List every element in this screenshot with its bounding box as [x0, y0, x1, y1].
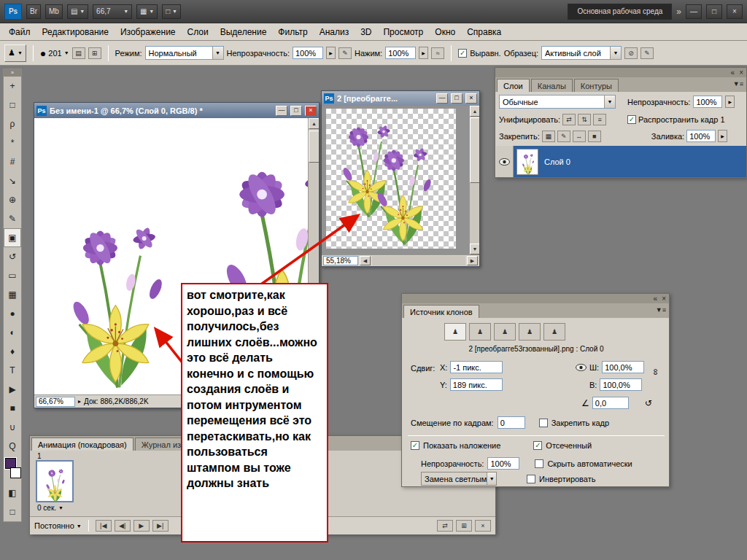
minibridge-button[interactable]: Mb — [45, 4, 63, 19]
clone-slot-3[interactable]: ♟ — [494, 323, 516, 341]
workspace-overflow-icon[interactable]: » — [676, 7, 681, 17]
menu-file[interactable]: Файл — [3, 23, 36, 40]
opacity-field[interactable]: 100% — [293, 47, 323, 59]
tool-marquee[interactable]: □ — [4, 96, 21, 114]
doc2-close-button[interactable]: × — [465, 93, 477, 104]
tool-eyedropper[interactable]: ↘ — [4, 171, 21, 190]
tool-blur[interactable]: ● — [4, 304, 21, 323]
delete-frame-button[interactable]: × — [475, 520, 491, 532]
close-panel-icon[interactable]: × — [739, 69, 743, 77]
status-flyout-icon[interactable]: ▸ — [78, 398, 81, 405]
layer-name[interactable]: Слой 0 — [544, 158, 570, 166]
brush-preset-picker[interactable]: ● 201 ▼ — [40, 47, 69, 59]
doc1-minimize-button[interactable]: — — [276, 106, 287, 116]
tab-animation[interactable]: Анимация (покадровая) — [31, 438, 133, 451]
flow-field[interactable]: 100% — [385, 47, 416, 59]
menu-window[interactable]: Окно — [429, 23, 461, 40]
previous-frame-button[interactable]: ◀| — [115, 520, 131, 532]
menu-help[interactable]: Справка — [461, 23, 507, 40]
overlay-blend-select[interactable]: Замена светлым ▼ — [421, 472, 497, 486]
doc2-minimize-button[interactable]: — — [436, 93, 448, 104]
clipped-checkbox[interactable]: ✓ — [533, 441, 542, 450]
tool-dodge[interactable]: ◐ — [4, 323, 21, 342]
doc2-vertical-scrollbar[interactable]: ▲ ▼ — [469, 106, 479, 254]
tool-pen[interactable]: ♦ — [4, 342, 21, 361]
airbrush-toggle-icon[interactable]: ≈ — [431, 47, 444, 59]
menu-image[interactable]: Изображение — [115, 23, 182, 40]
color-swatches[interactable] — [4, 457, 22, 483]
fill-spinner[interactable]: ▶ — [718, 130, 727, 142]
collapse-panel-icon[interactable]: « — [731, 69, 735, 77]
loop-count-select[interactable]: Постоянно ▼ — [34, 521, 82, 530]
tool-path-select[interactable]: ▶ — [4, 380, 21, 399]
animation-frame-1[interactable] — [36, 460, 74, 502]
invert-checkbox[interactable] — [527, 475, 535, 483]
menu-filter[interactable]: Фильтр — [272, 23, 313, 40]
lock-pixels-icon[interactable]: ✎ — [557, 131, 570, 142]
flow-spinner[interactable]: ▶ — [419, 47, 428, 59]
toggle-clone-source-panel-button[interactable]: ⊞ — [88, 47, 101, 59]
aligned-checkbox[interactable]: ✓ — [458, 49, 467, 58]
doc1-restore-button[interactable]: □ — [290, 106, 302, 116]
scroll-right-icon[interactable]: ▶ — [467, 256, 478, 265]
blend-mode-select[interactable]: Нормальный ▼ — [145, 46, 224, 60]
lock-all-icon[interactable]: ■ — [588, 131, 601, 142]
height-scale-field[interactable]: 100,0% — [600, 378, 642, 391]
tool-crop[interactable]: # — [4, 152, 21, 171]
scroll-down-icon[interactable]: ▼ — [470, 244, 479, 254]
tool-brush[interactable]: ✎ — [4, 209, 21, 228]
layer-row-layer0[interactable]: Слой 0 — [496, 146, 746, 177]
show-overlay-checkbox[interactable]: ✓ — [411, 441, 419, 450]
tab-paths[interactable]: Контуры — [574, 79, 619, 92]
zoom-level-dropdown[interactable]: 66,7 ▼ — [93, 4, 132, 19]
tool-magic-wand[interactable]: * — [4, 133, 21, 152]
tool-gradient[interactable]: ▦ — [4, 285, 21, 304]
next-frame-button[interactable]: ▶| — [152, 520, 169, 532]
tool-move[interactable]: + — [4, 77, 21, 96]
tool-eraser[interactable]: ▭ — [4, 266, 21, 285]
tool-clone-stamp[interactable]: ▣ — [4, 228, 21, 247]
link-icon[interactable]: ∞ — [651, 369, 661, 376]
menu-edit[interactable]: Редактирование — [36, 23, 115, 40]
menu-view[interactable]: Просмотр — [377, 23, 429, 40]
first-frame-button[interactable]: |◀ — [96, 520, 112, 532]
doc2-transparent-canvas[interactable] — [326, 109, 456, 249]
doc2-restore-button[interactable]: □ — [451, 93, 462, 104]
x-offset-field[interactable]: -1 пикс. — [450, 361, 503, 373]
tool-hand[interactable]: ∪ — [4, 418, 21, 437]
lock-frame-checkbox[interactable] — [539, 419, 548, 427]
lock-position-icon[interactable]: ↔ — [573, 131, 586, 142]
collapse-panel-icon[interactable]: « — [654, 295, 658, 303]
scroll-left-icon[interactable]: ◀ — [360, 256, 371, 265]
reset-transform-icon[interactable]: ↺ — [645, 398, 652, 408]
tool-preset-picker[interactable]: ♟ ▼ — [4, 44, 26, 62]
panel-menu-icon[interactable]: ▼≡ — [656, 306, 666, 314]
toggle-brush-panel-button[interactable]: ▤ — [72, 47, 85, 59]
play-button[interactable]: ▶ — [133, 520, 150, 532]
tool-healing-brush[interactable]: ⊕ — [4, 190, 21, 209]
screen-mode-dropdown[interactable]: □ ▼ — [162, 4, 181, 19]
tablet-opacity-icon[interactable]: ✎ — [338, 47, 352, 59]
tool-lasso[interactable]: ρ — [4, 114, 21, 133]
menu-select[interactable]: Выделение — [214, 23, 273, 40]
doc2-title-bar[interactable]: Ps 2 [преобрагге... — □ × — [322, 91, 479, 106]
unify-style-icon[interactable]: ≡ — [593, 114, 606, 125]
width-scale-field[interactable]: 100,0% — [602, 361, 644, 373]
doc1-close-button[interactable]: × — [305, 106, 317, 116]
close-panel-icon[interactable]: × — [662, 295, 666, 303]
clone-slot-1[interactable]: ♟ — [444, 323, 466, 341]
tab-clone-source[interactable]: Источник клонов — [403, 305, 479, 318]
tool-zoom[interactable]: Q — [4, 437, 21, 456]
tool-shape[interactable]: ■ — [4, 399, 21, 418]
arrange-documents-dropdown[interactable]: ▦ ▼ — [136, 4, 158, 19]
autohide-checkbox[interactable] — [535, 459, 543, 468]
unify-visibility-icon[interactable]: ⇅ — [578, 114, 591, 125]
ignore-adjustment-layers-icon[interactable]: ⊘ — [624, 47, 638, 59]
doc2-zoom-field[interactable]: 55,18% — [323, 256, 358, 265]
frame-offset-field[interactable]: 0 — [498, 416, 525, 429]
close-button[interactable]: × — [727, 4, 743, 19]
scrollbar-thumb[interactable] — [470, 117, 479, 183]
rotation-field[interactable]: 0,0 — [592, 397, 629, 409]
unify-position-icon[interactable]: ⇄ — [562, 114, 576, 125]
new-frame-button[interactable]: ⊞ — [456, 520, 472, 532]
